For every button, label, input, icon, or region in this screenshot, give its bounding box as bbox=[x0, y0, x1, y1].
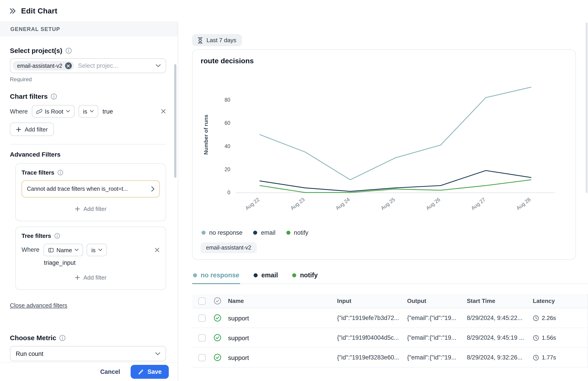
tree-operator-value: is bbox=[91, 247, 96, 253]
where-label: Where bbox=[10, 108, 28, 115]
tree-filters-card: Tree filters Where Name bbox=[15, 227, 166, 290]
choose-metric-label: Choose Metric bbox=[10, 334, 56, 341]
divider bbox=[10, 144, 166, 145]
required-note: Required bbox=[10, 76, 166, 83]
run-input: {"id":"1919f04004d5c... bbox=[337, 334, 407, 341]
column-header-name[interactable]: Name bbox=[228, 297, 337, 304]
tab-dot bbox=[253, 273, 258, 277]
remove-tree-filter-icon[interactable] bbox=[154, 244, 160, 253]
filter-field-dropdown[interactable]: Is Root bbox=[32, 105, 75, 118]
status-column-icon bbox=[214, 297, 228, 305]
page-scrollbar[interactable] bbox=[586, 22, 588, 193]
chart-line-notify bbox=[260, 180, 531, 192]
table-header-row: Name Input Output Start Time Latency bbox=[192, 294, 588, 308]
table-row[interactable]: support {"id":"1919ef3283e60... {"email"… bbox=[192, 348, 588, 368]
success-status-icon bbox=[214, 334, 228, 341]
add-filter-button[interactable]: Add filter bbox=[10, 123, 54, 136]
remove-filter-icon[interactable] bbox=[161, 109, 166, 114]
select-projects-label: Select project(s) bbox=[10, 47, 62, 54]
column-header-latency[interactable]: Latency bbox=[533, 297, 588, 304]
collapse-drawer-icon[interactable] bbox=[9, 7, 16, 14]
run-latency: 2.26s bbox=[533, 315, 588, 321]
chevron-down-icon bbox=[156, 64, 161, 67]
tab-email[interactable]: email bbox=[253, 272, 279, 284]
drawer-header: Edit Chart bbox=[0, 0, 588, 21]
filter-field-value: Is Root bbox=[45, 108, 63, 115]
chevron-down-icon bbox=[90, 110, 94, 113]
success-status-icon bbox=[214, 314, 228, 322]
x-tick-label: Aug 28 bbox=[515, 196, 532, 211]
filter-value[interactable]: true bbox=[103, 108, 113, 115]
filter-operator-value: is bbox=[83, 108, 87, 115]
tree-add-filter-button[interactable]: Add filter bbox=[21, 272, 160, 284]
general-setup-header: GENERAL SETUP bbox=[0, 21, 178, 36]
tree-field-value: Name bbox=[57, 247, 72, 253]
where-label: Where bbox=[21, 244, 40, 256]
y-tick-label: 0 bbox=[227, 190, 230, 195]
tree-operator-dropdown[interactable]: is bbox=[87, 244, 107, 256]
run-input: {"id":"1919ef3283e60... bbox=[337, 354, 407, 361]
run-name[interactable]: support bbox=[228, 314, 337, 321]
run-start-time: 8/29/2024, 9:32:26... bbox=[467, 354, 533, 361]
run-output: {"email":{"id":"19... bbox=[407, 315, 467, 321]
row-checkbox[interactable] bbox=[198, 334, 206, 341]
column-header-start-time[interactable]: Start Time bbox=[467, 297, 533, 304]
cancel-button[interactable]: Cancel bbox=[95, 365, 126, 378]
chevron-down-icon bbox=[66, 110, 70, 113]
project-select-placeholder: Select projec... bbox=[78, 62, 152, 69]
trace-add-filter-button[interactable]: Add filter bbox=[21, 203, 160, 215]
run-name[interactable]: support bbox=[228, 354, 337, 361]
chart-line-email bbox=[260, 170, 531, 191]
metric-selected-value: Run count bbox=[16, 350, 43, 357]
close-advanced-filters-link[interactable]: Close advanced filters bbox=[10, 302, 67, 309]
success-status-icon bbox=[214, 354, 228, 361]
tree-filter-value[interactable]: triage_input bbox=[43, 259, 107, 266]
x-tick-label: Aug 23 bbox=[289, 196, 306, 211]
row-checkbox[interactable] bbox=[198, 354, 206, 361]
time-range-chip[interactable]: Last 7 days bbox=[192, 34, 242, 46]
chart-filter-row: Where Is Root is true bbox=[10, 105, 166, 118]
clock-icon bbox=[533, 335, 539, 341]
chart-card: route decisions Number of runs020406080A… bbox=[192, 49, 576, 260]
select-all-checkbox[interactable] bbox=[198, 297, 206, 304]
panel-scrollbar[interactable] bbox=[174, 64, 176, 178]
legend-item: email bbox=[253, 229, 276, 236]
run-latency: 1.77s bbox=[533, 354, 588, 361]
trace-filters-warning[interactable]: Cannot add trace filters when is_root=t.… bbox=[21, 180, 160, 197]
chart-legend: no response email notify bbox=[202, 229, 568, 236]
filter-operator-dropdown[interactable]: is bbox=[79, 105, 99, 118]
series-tabs: no response email notify bbox=[192, 272, 588, 284]
chevron-down-icon bbox=[155, 352, 160, 355]
tree-filter-row: Where Name is bbox=[21, 244, 160, 266]
column-header-output[interactable]: Output bbox=[407, 297, 467, 304]
tab-no-response[interactable]: no response bbox=[192, 272, 240, 284]
y-tick-label: 60 bbox=[224, 120, 230, 126]
row-checkbox[interactable] bbox=[198, 314, 206, 321]
tree-field-dropdown[interactable]: Name bbox=[43, 244, 83, 256]
legend-item: no response bbox=[202, 229, 243, 236]
run-input: {"id":"1919efe7b3d72... bbox=[337, 315, 407, 321]
table-row[interactable]: support {"id":"1919efe7b3d72... {"email"… bbox=[192, 308, 588, 328]
plus-icon bbox=[75, 206, 80, 211]
metric-select[interactable]: Run count bbox=[10, 346, 166, 361]
tree-filters-label: Tree filters bbox=[21, 233, 51, 239]
remove-project-icon[interactable] bbox=[65, 62, 72, 69]
y-tick-label: 80 bbox=[224, 97, 230, 103]
link-icon bbox=[36, 108, 42, 114]
plus-icon bbox=[75, 275, 80, 280]
tab-notify[interactable]: notify bbox=[292, 272, 319, 284]
run-output: {"email":{"id":"19... bbox=[407, 354, 467, 361]
column-header-input[interactable]: Input bbox=[337, 297, 407, 304]
run-name[interactable]: support bbox=[228, 334, 337, 341]
project-select[interactable]: email-assistant-v2 Select projec... bbox=[10, 58, 166, 73]
x-tick-label: Aug 22 bbox=[244, 196, 261, 211]
save-button[interactable]: Save bbox=[131, 365, 169, 379]
x-tick-label: Aug 24 bbox=[335, 196, 351, 211]
run-start-time: 8/29/2024, 9:45:19 ... bbox=[467, 334, 533, 341]
legend-dot bbox=[253, 231, 257, 235]
info-icon bbox=[60, 335, 66, 341]
table-row[interactable]: support {"id":"1919f04004d5c... {"email"… bbox=[192, 328, 588, 348]
time-range-label: Last 7 days bbox=[207, 37, 236, 43]
line-chart: Number of runs020406080Aug 22Aug 23Aug 2… bbox=[201, 70, 568, 225]
legend-item: notify bbox=[286, 229, 308, 236]
